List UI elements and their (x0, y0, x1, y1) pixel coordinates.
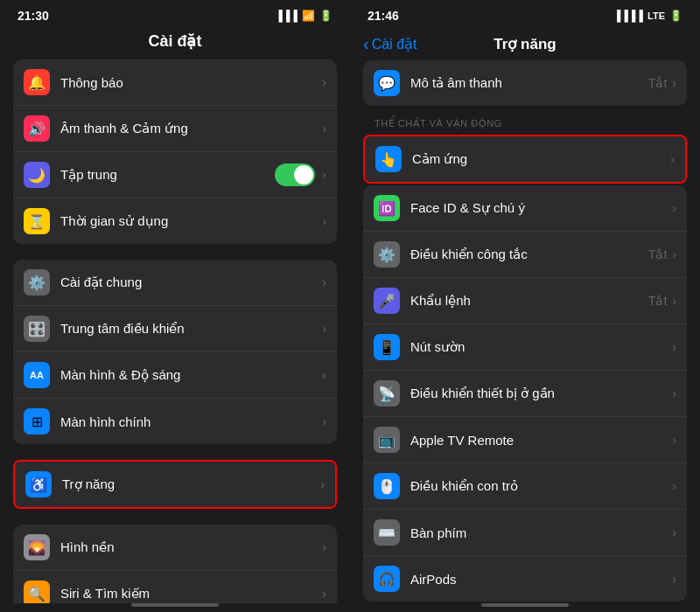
accessibility-item[interactable]: ♿ Trợ năng › (15, 462, 335, 507)
left-status-icons: ▐▐▐ 📶 🔋 (275, 10, 332, 22)
homescreen-icon: ⊞ (24, 408, 50, 435)
faceid-attention-icon: 🆔 (374, 195, 400, 221)
item-label: Mô tả âm thanh (410, 75, 648, 91)
item-label: Nút sườn (410, 339, 672, 355)
list-item[interactable]: 🎤 Khẩu lệnh Tắt › (363, 278, 687, 324)
item-label: Siri & Tìm kiếm (60, 586, 322, 602)
home-bar (131, 603, 219, 607)
item-label: Điều khiển con trỏ (410, 478, 672, 494)
item-value: Tắt (648, 76, 667, 90)
left-phone: 21:30 ▐▐▐ 📶 🔋 Cài đặt 🔔 Thông báo › 🔊 Âm… (0, 0, 350, 612)
switch-control-icon: ⚙️ (374, 241, 400, 268)
right-time: 21:46 (368, 9, 399, 23)
list-item[interactable]: 🎧 AirPods › (363, 556, 687, 602)
signal-icon: ▐▐▐▐ (613, 10, 643, 22)
list-item[interactable]: ⚙️ Điều khiển công tắc Tắt › (363, 232, 687, 278)
list-item[interactable]: 🔍 Siri & Tìm kiếm › (13, 571, 337, 603)
settings-group-3: 🌄 Hình nền › 🔍 Siri & Tìm kiếm › 🆔 Face … (13, 525, 337, 603)
home-indicator (350, 603, 700, 612)
accessibility-highlighted-group: ♿ Trợ năng › (13, 460, 337, 509)
item-label: AirPods (410, 572, 672, 587)
battery-icon: 🔋 (669, 10, 682, 22)
left-settings-list: 🔔 Thông báo › 🔊 Âm thanh & Cảm ứng › 🌙 T… (0, 59, 350, 603)
home-indicator (0, 603, 350, 612)
list-item[interactable]: 🔔 Thông báo › (13, 59, 337, 106)
section-label-physical: THỂ CHẤT VÀ VẬN ĐỘNG (350, 111, 700, 133)
signal-icon: ▐▐▐ (275, 10, 298, 22)
item-label: Trung tâm điều khiển (60, 321, 322, 337)
list-item[interactable]: 💬 Mô tả âm thanh Tắt › (363, 60, 687, 106)
item-value: Tắt (648, 294, 667, 308)
list-item[interactable]: ⌨️ Bàn phím › (363, 510, 687, 556)
left-time: 21:30 (18, 9, 49, 23)
keyboard-icon: ⌨️ (374, 519, 400, 546)
top-group: 💬 Mô tả âm thanh Tắt › (363, 60, 687, 106)
item-label: Cài đặt chung (60, 275, 322, 290)
list-item[interactable]: ⌛ Thời gian sử dụng › (13, 198, 337, 244)
nearby-device-icon: 📡 (374, 380, 400, 407)
physical-group: 🆔 Face ID & Sự chú ý › ⚙️ Điều khiển côn… (363, 185, 687, 602)
back-label: Cài đặt (372, 36, 417, 52)
list-item[interactable]: ⚙️ Cài đặt chung › (13, 260, 337, 306)
list-item[interactable]: 📡 Điều khiển thiết bị ở gần › (363, 371, 687, 417)
right-nav-title: Trợ năng (494, 35, 556, 53)
item-label: Thông báo (60, 75, 322, 90)
list-item[interactable]: 🔊 Âm thanh & Cảm ứng › (13, 106, 337, 152)
back-chevron-icon: ‹ (363, 34, 369, 54)
lte-icon: LTE (648, 10, 665, 21)
camung-item[interactable]: 👆 Cảm ứng › (365, 136, 685, 182)
list-item[interactable]: ⊞ Màn hình chính › (13, 399, 337, 444)
list-item[interactable]: 🎛️ Trung tâm điều khiển › (13, 306, 337, 352)
settings-group-2: ⚙️ Cài đặt chung › 🎛️ Trung tâm điều khi… (13, 260, 337, 444)
screen-time-icon: ⌛ (24, 208, 50, 234)
tap-trung-toggle[interactable] (275, 163, 315, 186)
airpods-icon: 🎧 (374, 566, 400, 592)
list-item[interactable]: 📺 Apple TV Remote › (363, 417, 687, 463)
left-nav-title: Cài đặt (0, 27, 350, 59)
audio-desc-icon: 💬 (374, 70, 400, 96)
list-item[interactable]: AA Màn hình & Độ sáng › (13, 352, 337, 399)
item-label: Apple TV Remote (410, 433, 672, 448)
focus-icon: 🌙 (24, 162, 50, 188)
voice-control-icon: 🎤 (374, 288, 400, 314)
item-label: Khẩu lệnh (410, 293, 648, 309)
display-icon: AA (24, 362, 50, 388)
right-nav-bar: ‹ Cài đặt Trợ năng (350, 27, 700, 59)
pointer-control-icon: 🖱️ (374, 473, 400, 499)
list-item[interactable]: 🆔 Face ID & Sự chú ý › (363, 185, 687, 232)
camung-highlighted-group: 👆 Cảm ứng › (363, 135, 687, 184)
item-label: Điều khiển công tắc (410, 247, 648, 262)
list-item[interactable]: 📱 Nút sườn › (363, 324, 687, 371)
wifi-icon: 📶 (302, 10, 315, 22)
battery-icon: 🔋 (319, 10, 332, 22)
sound-icon: 🔊 (24, 115, 50, 142)
left-status-bar: 21:30 ▐▐▐ 📶 🔋 (0, 0, 350, 27)
control-center-icon: 🎛️ (24, 316, 50, 342)
siri-icon: 🔍 (24, 581, 50, 603)
wallpaper-icon: 🌄 (24, 534, 50, 560)
item-label: Điều khiển thiết bị ở gần (410, 386, 672, 401)
list-item[interactable]: 🌄 Hình nền › (13, 525, 337, 571)
list-item[interactable]: 🖱️ Điều khiển con trỏ › (363, 463, 687, 510)
general-icon: ⚙️ (24, 269, 50, 296)
right-phone: 21:46 ▐▐▐▐ LTE 🔋 ‹ Cài đặt Trợ năng 💬 Mô… (350, 0, 700, 612)
item-label: Màn hình chính (60, 414, 322, 429)
right-status-icons: ▐▐▐▐ LTE 🔋 (613, 10, 682, 22)
item-label: Bàn phím (410, 525, 672, 540)
item-label: Cảm ứng (412, 151, 670, 167)
item-label: Tập trung (60, 167, 275, 183)
item-label: Trợ năng (62, 476, 320, 492)
list-item[interactable]: 🌙 Tập trung › (13, 152, 337, 198)
touch-icon: 👆 (375, 146, 402, 172)
back-button[interactable]: ‹ Cài đặt (363, 34, 416, 54)
item-label: Face ID & Sự chú ý (410, 200, 672, 216)
notification-icon: 🔔 (24, 69, 50, 95)
right-settings-list: 💬 Mô tả âm thanh Tắt › THỂ CHẤT VÀ VẬN Đ… (350, 59, 700, 603)
item-value: Tắt (648, 247, 667, 261)
item-label: Hình nền (60, 539, 322, 555)
right-status-bar: 21:46 ▐▐▐▐ LTE 🔋 (350, 0, 700, 27)
item-label: Thời gian sử dụng (60, 213, 322, 229)
home-bar (481, 603, 569, 607)
settings-group-1: 🔔 Thông báo › 🔊 Âm thanh & Cảm ứng › 🌙 T… (13, 59, 337, 244)
item-label: Âm thanh & Cảm ứng (60, 121, 322, 136)
